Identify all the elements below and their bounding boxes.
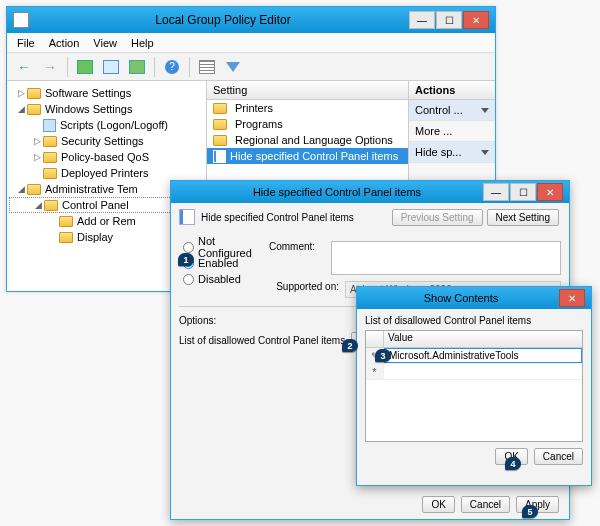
window-buttons: — ☐ ✕ xyxy=(483,183,563,201)
cancel-button[interactable]: Cancel xyxy=(461,496,510,513)
option-text: List of disallowed Control Panel items xyxy=(179,335,345,346)
previous-setting-button[interactable]: Previous Setting xyxy=(392,209,483,226)
policy-icon xyxy=(213,150,226,163)
tree-item[interactable]: ◢Windows Settings xyxy=(9,101,204,117)
up-icon[interactable] xyxy=(74,56,96,78)
app-icon xyxy=(177,185,191,199)
list-label: List of disallowed Control Panel items xyxy=(365,315,583,326)
minimize-button[interactable]: — xyxy=(409,11,435,29)
filter-icon[interactable] xyxy=(222,56,244,78)
callout-badge-5: 5 xyxy=(522,505,538,518)
folder-icon xyxy=(27,88,41,99)
folder-icon xyxy=(27,104,41,115)
callout-badge-3: 3 xyxy=(375,349,391,362)
folder-icon xyxy=(43,168,57,179)
value-cell-empty[interactable] xyxy=(384,364,582,379)
supported-on-label: Supported on: xyxy=(269,281,339,298)
folder-icon xyxy=(59,232,73,243)
comment-label: Comment: xyxy=(269,241,325,275)
radio-not-configured[interactable]: Not Configured xyxy=(183,239,269,255)
titlebar[interactable]: Show Contents ✕ xyxy=(357,287,591,309)
column-header-value[interactable]: Value xyxy=(384,331,582,347)
show-contents-dialog: Show Contents ✕ List of disallowed Contr… xyxy=(356,286,592,486)
window-buttons: — ☐ ✕ xyxy=(409,11,489,29)
script-icon xyxy=(43,119,56,132)
actions-row[interactable]: Control ... xyxy=(409,100,495,121)
help-icon[interactable] xyxy=(161,56,183,78)
folder-icon xyxy=(59,216,73,227)
dialog-title: Show Contents xyxy=(363,292,559,304)
folder-icon xyxy=(213,103,227,114)
new-row-icon xyxy=(372,366,376,378)
maximize-button[interactable]: ☐ xyxy=(510,183,536,201)
maximize-button[interactable]: ☐ xyxy=(436,11,462,29)
close-button[interactable]: ✕ xyxy=(463,11,489,29)
folder-icon xyxy=(43,136,57,147)
app-icon xyxy=(13,12,29,28)
row-header-column xyxy=(366,331,384,347)
titlebar[interactable]: Local Group Policy Editor — ☐ ✕ xyxy=(7,7,495,33)
folder-icon xyxy=(43,152,57,163)
export-icon[interactable] xyxy=(126,56,148,78)
window-title: Local Group Policy Editor xyxy=(37,13,409,27)
list-item-selected[interactable]: Hide specified Control Panel items xyxy=(207,148,408,164)
tree-item[interactable]: ▷Software Settings xyxy=(9,85,204,101)
folder-icon xyxy=(213,135,227,146)
menu-view[interactable]: View xyxy=(93,37,117,49)
back-button[interactable] xyxy=(13,56,35,78)
grid-row-new[interactable] xyxy=(366,364,582,380)
tree-item[interactable]: Deployed Printers xyxy=(9,165,204,181)
comment-textarea[interactable] xyxy=(331,241,561,275)
close-button[interactable]: ✕ xyxy=(559,289,585,307)
menubar: File Action View Help xyxy=(7,33,495,53)
list-item[interactable]: Programs xyxy=(207,116,408,132)
list-icon[interactable] xyxy=(196,56,218,78)
ok-button[interactable]: OK xyxy=(422,496,454,513)
value-grid[interactable]: Value ✎ Microsoft.AdministrativeTools xyxy=(365,330,583,442)
tree-item[interactable]: ▷Security Settings xyxy=(9,133,204,149)
callout-badge-2: 2 xyxy=(342,339,358,352)
list-item[interactable]: Printers xyxy=(207,100,408,116)
actions-row[interactable]: More ... xyxy=(409,121,495,142)
minimize-button[interactable]: — xyxy=(483,183,509,201)
chevron-down-icon xyxy=(481,108,489,113)
close-button[interactable]: ✕ xyxy=(537,183,563,201)
next-setting-button[interactable]: Next Setting xyxy=(487,209,559,226)
value-cell[interactable]: Microsoft.AdministrativeTools xyxy=(384,348,582,363)
properties-icon[interactable] xyxy=(100,56,122,78)
callout-badge-4: 4 xyxy=(505,457,521,470)
menu-help[interactable]: Help xyxy=(131,37,154,49)
tree-item[interactable]: ▷Policy-based QoS xyxy=(9,149,204,165)
actions-header: Actions xyxy=(409,81,495,100)
tree-item[interactable]: Scripts (Logon/Logoff) xyxy=(9,117,204,133)
chevron-down-icon xyxy=(481,150,489,155)
dialog-title: Hide specified Control Panel items xyxy=(191,186,483,198)
callout-badge-1: 1 xyxy=(178,253,194,266)
titlebar[interactable]: Hide specified Control Panel items — ☐ ✕ xyxy=(171,181,569,203)
forward-button[interactable] xyxy=(39,56,61,78)
state-radio-group: Not Configured Enabled Disabled xyxy=(183,239,269,287)
column-header-setting[interactable]: Setting xyxy=(207,81,408,100)
menu-file[interactable]: File xyxy=(17,37,35,49)
actions-row[interactable]: Hide sp... xyxy=(409,142,495,163)
grid-row[interactable]: ✎ Microsoft.AdministrativeTools xyxy=(366,348,582,364)
menu-action[interactable]: Action xyxy=(49,37,80,49)
radio-disabled[interactable]: Disabled xyxy=(183,271,269,287)
folder-icon xyxy=(27,184,41,195)
toolbar xyxy=(7,53,495,81)
policy-icon xyxy=(179,209,195,225)
cancel-button[interactable]: Cancel xyxy=(534,448,583,465)
folder-icon xyxy=(44,200,58,211)
list-item[interactable]: Regional and Language Options xyxy=(207,132,408,148)
dialog-heading: Hide specified Control Panel items xyxy=(201,212,354,223)
folder-icon xyxy=(213,119,227,130)
